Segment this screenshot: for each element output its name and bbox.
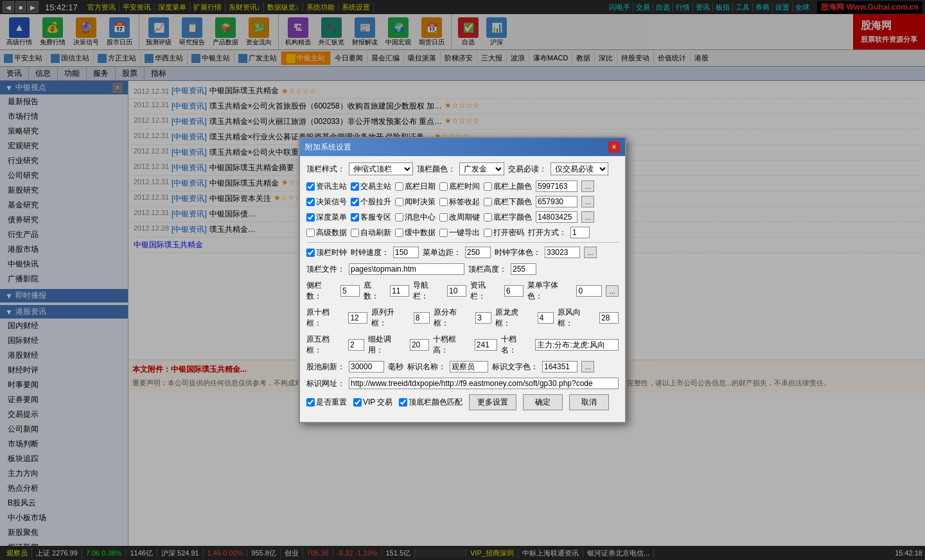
color3-input[interactable] — [536, 211, 577, 223]
clock-color-label: 时钟字体色： — [495, 247, 541, 258]
marker-url-label: 标识网址： — [306, 378, 345, 389]
open-mode-input[interactable] — [570, 227, 590, 238]
cb-dilan-date-input[interactable] — [395, 182, 403, 191]
menu-spacing-input[interactable] — [465, 247, 491, 258]
cb-vip-input[interactable] — [353, 398, 362, 407]
cb-xiaoxi-input[interactable] — [395, 213, 403, 222]
cb-biaoqian: 标签收起 — [439, 197, 480, 207]
cb-gaoji-input[interactable] — [306, 229, 315, 237]
frame-height-label: 十档框高： — [433, 334, 471, 356]
row-dragon-label: 原龙虎框： — [495, 307, 533, 329]
clock-color-input[interactable] — [545, 247, 580, 258]
cb-juece-input[interactable] — [306, 198, 315, 206]
trade-read-select[interactable]: 仅交易必读 — [551, 162, 608, 175]
panel-count-label: 侧栏数： — [306, 280, 337, 302]
cb-wenshijuece-input[interactable] — [395, 198, 403, 206]
cb-wenshijuece: 闻时决策 — [395, 197, 436, 207]
dialog-row-10: 原五档框： 细处调用： 十档框高： 十档名： — [306, 334, 619, 356]
marker-name-input[interactable] — [450, 361, 488, 372]
dialog-row-12: 标识网址： — [306, 378, 619, 389]
cb-dilan-color-top-input[interactable] — [484, 182, 492, 191]
color1-picker-btn[interactable]: … — [581, 180, 594, 192]
toolbar-color-label: 顶栏颜色： — [417, 164, 455, 175]
cb-yijian-daochu-input[interactable] — [439, 229, 448, 237]
cb-reset-input[interactable] — [306, 398, 315, 407]
color3-picker-btn[interactable]: … — [581, 211, 594, 223]
row-dragon-input[interactable] — [538, 312, 554, 324]
toolbar-height-input[interactable] — [511, 263, 536, 275]
cancel-button[interactable]: 取消 — [569, 394, 609, 410]
toolbar-color-select[interactable]: 广发金 — [459, 162, 504, 175]
fine-tune-input[interactable] — [410, 339, 429, 351]
marker-color-picker-btn[interactable]: … — [581, 361, 594, 372]
cb-kaimi: 打开密码 — [484, 227, 524, 238]
row-dir-input[interactable] — [599, 312, 619, 324]
toolbar-style-label: 顶栏样式： — [306, 164, 345, 175]
menu-spacing-label: 菜单边距： — [423, 247, 461, 258]
row-layout-label: 原分布框： — [434, 307, 471, 329]
toolbar-style-select[interactable]: 伸缩式顶栏 — [349, 162, 413, 175]
cb-clock-input[interactable] — [306, 249, 315, 257]
cb-gegu-input[interactable] — [351, 198, 359, 206]
marker-url-input[interactable] — [349, 378, 619, 389]
cb-kefu: 客服专区 — [351, 212, 391, 223]
frame-name-label: 十档名： — [501, 334, 531, 356]
dialog-row-8: 侧栏数： 底数： 导航栏： 资讯栏： 菜单字体色： … — [306, 280, 619, 302]
row10-input[interactable] — [348, 312, 367, 324]
cb-auto-refresh-input[interactable] — [351, 229, 359, 237]
menu-color-input[interactable] — [576, 285, 602, 297]
cb-huan-input[interactable] — [395, 229, 403, 237]
row5-input[interactable] — [348, 339, 364, 351]
info-count-input[interactable] — [504, 285, 524, 297]
cb-shendu: 深度菜单 — [306, 212, 347, 223]
dialog-row-6: 顶栏时钟 时钟速度： 菜单边距： 时钟字体色： … — [306, 247, 619, 258]
cb-gaoji: 高级数据 — [306, 227, 347, 238]
cb-kefu-input[interactable] — [351, 213, 359, 222]
cb-color-match-input[interactable] — [399, 398, 407, 407]
row5-label: 原五档框： — [306, 334, 344, 356]
clock-color-picker-btn[interactable]: … — [584, 247, 597, 258]
cb-huan: 缓中数据 — [395, 227, 436, 238]
cb-vip: VIP 交易 — [353, 397, 392, 408]
frame-height-input[interactable] — [475, 339, 497, 351]
menu-color-label: 菜单字体色： — [527, 280, 572, 302]
open-mode-label: 打开方式： — [528, 227, 567, 238]
dialog-row-13: 是否重置 VIP 交易 顶底栏颜色匹配 更多设置 确定 取消 — [306, 394, 619, 410]
pool-unit-label: 毫秒 — [388, 362, 403, 372]
nav-count-label: 导航栏： — [413, 280, 443, 302]
color1-input[interactable] — [536, 180, 577, 192]
cb-zixun-main-input[interactable] — [306, 182, 315, 191]
cb-kaimi-input[interactable] — [484, 229, 492, 237]
marker-color-input[interactable] — [542, 361, 577, 372]
cb-dilan-font-color-input[interactable] — [484, 213, 492, 222]
cb-juece: 决策信号 — [306, 197, 347, 207]
dialog-close-button[interactable]: × — [608, 141, 620, 153]
color2-input[interactable] — [536, 196, 577, 207]
pool-refresh-input[interactable] — [349, 361, 384, 372]
more-settings-button[interactable]: 更多设置 — [469, 394, 516, 410]
ok-button[interactable]: 确定 — [523, 394, 563, 410]
row-dir-label: 原风向框： — [558, 307, 595, 329]
bottom-count-input[interactable] — [390, 285, 409, 297]
dialog-row-11: 股池刷新： 毫秒 标识名称： 标识文字色： … — [306, 361, 619, 372]
frame-name-input[interactable] — [535, 339, 619, 351]
cb-jiaoyi-main-input[interactable] — [351, 182, 359, 191]
color2-picker-btn[interactable]: … — [581, 196, 594, 207]
dialog-row-7: 顶栏文件： 顶栏高度： — [306, 263, 619, 275]
cb-dilan-color-top: 底栏上颜色 — [484, 181, 532, 192]
panel-count-input[interactable] — [340, 285, 360, 297]
row-col-input[interactable] — [414, 312, 430, 324]
menu-color-picker-btn[interactable]: … — [606, 285, 619, 297]
pool-refresh-label: 股池刷新： — [306, 362, 345, 372]
row-col-label: 原列升框： — [371, 307, 409, 329]
cb-auto-refresh: 自动刷新 — [351, 227, 391, 238]
row-layout-input[interactable] — [475, 312, 491, 324]
cb-dilan-bottom-color-input[interactable] — [484, 198, 492, 206]
cb-dilan-time-input[interactable] — [439, 182, 448, 191]
clock-speed-input[interactable] — [393, 247, 419, 258]
cb-shendu-input[interactable] — [306, 213, 315, 222]
toolbar-file-input[interactable] — [349, 263, 464, 275]
nav-count-input[interactable] — [447, 285, 466, 297]
cb-biaoqian-input[interactable] — [439, 198, 448, 206]
cb-zhouqi-input[interactable] — [439, 213, 448, 222]
